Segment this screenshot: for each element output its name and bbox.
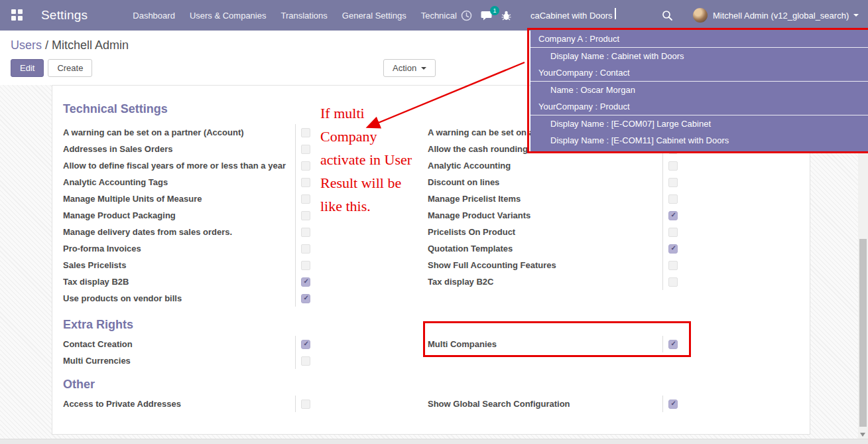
checkbox[interactable] [668,400,678,409]
setting-label: Manage delivery dates from sales orders. [63,224,296,240]
setting-row: Analytic Accounting [428,157,678,174]
setting-row: Discount on lines [428,174,678,190]
setting-row: Multi Currencies [63,352,312,369]
setting-label: Manage Pricelist Items [428,190,663,207]
checkbox[interactable] [301,400,310,409]
search-result-group-header[interactable]: YourCompany : Contact [530,64,868,82]
setting-row: Pricelists On Product [428,224,678,240]
setting-label: Addresses in Sales Orders [63,141,296,157]
search-icon[interactable] [662,10,673,21]
nav-item-general-settings[interactable]: General Settings [335,0,414,31]
nav-item-dashboard[interactable]: Dashboard [125,0,182,31]
global-search-results-dropdown: Company A : Product Display Name : Cabin… [530,31,868,151]
setting-row: Manage delivery dates from sales orders. [63,224,312,240]
checkbox[interactable] [668,178,678,187]
apps-menu-icon[interactable] [11,9,23,21]
checkbox[interactable] [301,194,310,204]
checkbox[interactable] [668,277,678,287]
setting-row: Manage Product Variants [428,207,678,224]
checkbox[interactable] [301,211,310,220]
setting-row: Sales Pricelists [63,257,312,273]
setting-label: Manage Product Variants [428,207,663,224]
checkbox[interactable] [301,340,310,349]
app-title[interactable]: Settings [41,8,88,23]
horizontal-scrollbar[interactable] [0,439,868,444]
setting-row: Quotation Templates [428,240,678,257]
search-result-group-header[interactable]: Company A : Product [530,31,868,48]
create-button[interactable]: Create [48,59,92,77]
setting-row: Show Global Search Configuration [428,396,678,412]
other-right-column: Show Global Search Configuration [428,396,678,412]
section-title-extra-rights: Extra Rights [63,316,799,333]
technical-right-column: A warning can be set on a Allow the cash… [428,124,678,307]
edit-button[interactable]: Edit [11,59,44,77]
setting-row: Analytic Accounting Tags [63,174,312,190]
setting-label: Show Full Accounting Features [428,257,663,273]
action-dropdown-button[interactable]: Action [383,59,436,77]
checkbox[interactable] [301,128,310,137]
search-result-item[interactable]: Display Name : [E-COM11] Cabinet with Do… [530,132,868,149]
nav-right-cluster: 1 Mitchell Admin (v12_global_search) [452,0,859,31]
setting-row-multi-companies: Multi Companies [428,336,678,352]
setting-row: Tax display B2B [63,273,312,290]
setting-label: Allow to define fiscal years of more or … [63,157,296,174]
setting-label: Discount on lines [428,174,663,190]
breadcrumb-users-link[interactable]: Users [11,38,42,52]
setting-label: Pro-forma Invoices [63,240,296,257]
setting-row: Manage Multiple Units of Measure [63,190,312,207]
checkbox[interactable] [668,194,678,204]
messages-badge: 1 [490,6,499,15]
checkbox[interactable] [668,244,678,254]
search-result-item[interactable]: Display Name : [E-COM07] Large Cabinet [530,115,868,132]
checkbox[interactable] [301,294,310,303]
technical-left-column: A warning can be set on a partner (Accou… [63,124,312,307]
other-grid: Access to Private Addresses Show Global … [63,396,799,412]
action-button-label: Action [393,63,416,73]
setting-label: Show Global Search Configuration [428,396,663,412]
checkbox[interactable] [301,161,310,171]
setting-row: Allow to define fiscal years of more or … [63,157,312,174]
global-search-input[interactable] [530,11,654,21]
vertical-scrollbar-thumb[interactable] [859,239,867,427]
setting-label: Access to Private Addresses [63,396,296,412]
nav-item-translations[interactable]: Translations [273,0,334,31]
search-result-item[interactable]: Name : Oscar Morgan [530,82,868,98]
user-avatar[interactable] [693,8,708,23]
checkbox[interactable] [301,356,310,366]
top-navbar: Settings Dashboard Users & Companies Tra… [0,0,868,31]
other-left-column: Access to Private Addresses [63,396,312,412]
checkbox[interactable] [668,161,678,171]
setting-label: Tax display B2C [428,273,663,290]
nav-menu: Dashboard Users & Companies Translations… [125,0,464,31]
checkbox[interactable] [668,340,678,349]
breadcrumb: Users / Mitchell Admin [11,38,129,52]
breadcrumb-separator: / [42,38,52,52]
activity-clock-icon[interactable] [461,10,472,21]
nav-item-users-companies[interactable]: Users & Companies [182,0,274,31]
setting-row: Use products on vendor bills [63,290,312,307]
scrollbar-down-arrow-icon[interactable] [860,433,865,437]
caret-down-icon [421,67,426,70]
user-menu-label[interactable]: Mitchell Admin (v12_global_search) [713,11,849,21]
setting-label: Analytic Accounting [428,157,663,174]
global-search [530,9,654,21]
checkbox[interactable] [668,211,678,220]
checkbox[interactable] [301,178,310,187]
setting-label: A warning can be set on a partner (Accou… [63,124,296,141]
setting-label: Sales Pricelists [63,257,296,273]
text-cursor [615,8,616,19]
checkbox[interactable] [301,244,310,254]
search-result-group-header[interactable]: YourCompany : Product [530,98,868,115]
chevron-down-icon[interactable] [853,14,859,17]
setting-label: Use products on vendor bills [63,290,296,307]
checkbox[interactable] [668,261,678,270]
search-result-item[interactable]: Display Name : Cabinet with Doors [530,48,868,64]
checkbox[interactable] [301,277,310,287]
debug-bug-icon[interactable] [501,10,512,21]
checkbox[interactable] [301,261,310,270]
messages-icon[interactable]: 1 [481,10,492,21]
checkbox[interactable] [301,228,310,237]
checkbox[interactable] [301,145,310,154]
checkbox[interactable] [668,228,678,237]
extra-rights-right-column: Multi Companies [428,336,678,369]
